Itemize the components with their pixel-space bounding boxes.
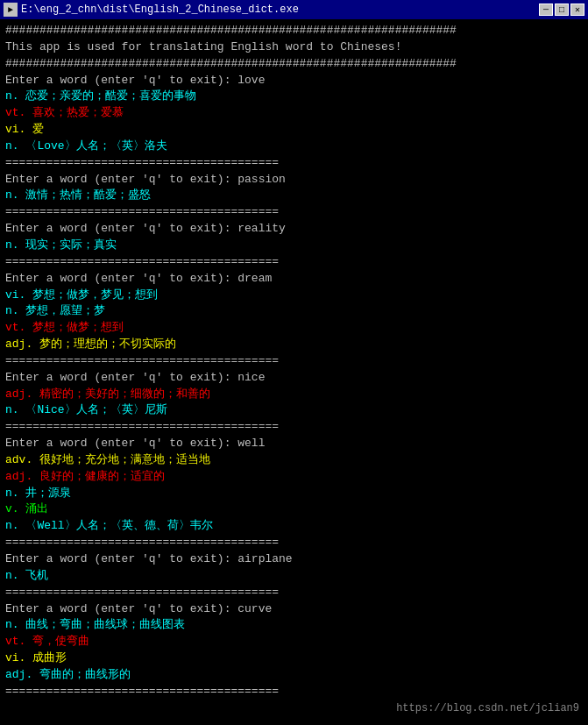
- maximize-button[interactable]: □: [555, 4, 569, 16]
- console-line: vt. 弯，使弯曲: [5, 634, 583, 650]
- console-line: Enter a word (enter 'q' to exit): curve: [5, 601, 583, 618]
- console-line: n. 〈Love〉人名；〈英〉洛夫: [5, 139, 583, 155]
- console-line: adj. 梦的；理想的；不切实际的: [5, 337, 583, 353]
- output-lines: ########################################…: [5, 23, 583, 700]
- window-title: E:\eng_2_chn\dist\English_2_Chinese_dict…: [21, 4, 299, 16]
- console-line: v. 涌出: [5, 501, 583, 518]
- console-line: Enter a word (enter 'q' to exit): dream: [5, 271, 583, 288]
- console-line: n. 恋爱；亲爱的；酷爱；喜爱的事物: [5, 89, 583, 105]
- console-line: n. 梦想，愿望；梦: [5, 303, 583, 320]
- console-line: vt. 喜欢；热爱；爱慕: [5, 105, 583, 122]
- console-line: ========================================: [5, 353, 583, 370]
- console-line: adj. 弯曲的；曲线形的: [5, 667, 583, 684]
- console-line: n. 井；源泉: [5, 486, 583, 502]
- console-line: adj. 良好的；健康的；适宜的: [5, 469, 583, 486]
- console-line: Enter a word (enter 'q' to exit): airpla…: [5, 551, 583, 568]
- console-line: ========================================: [5, 155, 583, 172]
- console-line: n. 现实；实际；真实: [5, 238, 583, 254]
- console-line: n. 〈Nice〉人名；〈英〉尼斯: [5, 402, 583, 419]
- console-line: vi. 爱: [5, 122, 583, 139]
- console-line: ========================================: [5, 684, 583, 700]
- console-line: Enter a word (enter 'q' to exit): passio…: [5, 172, 583, 188]
- console-area: ########################################…: [0, 19, 588, 725]
- console-line: n. 飞机: [5, 568, 583, 585]
- console-line: adj. 精密的；美好的；细微的；和善的: [5, 387, 583, 403]
- console-line: n. 曲线；弯曲；曲线球；曲线图表: [5, 617, 583, 634]
- console-line: n. 〈Well〉人名；〈英、德、荷〉韦尔: [5, 518, 583, 535]
- console-line: vi. 成曲形: [5, 650, 583, 667]
- console-line: ========================================: [5, 535, 583, 551]
- app-icon: ►: [4, 3, 18, 17]
- console-line: ========================================: [5, 254, 583, 271]
- console-line: ========================================: [5, 419, 583, 436]
- console-line: adv. 很好地；充分地；满意地；适当地: [5, 452, 583, 469]
- watermark: https://blog.csdn.net/jclian9: [396, 701, 579, 716]
- title-bar[interactable]: ► E:\eng_2_chn\dist\English_2_Chinese_di…: [0, 0, 588, 19]
- console-line: ########################################…: [5, 23, 583, 39]
- console-line: ========================================: [5, 204, 583, 221]
- console-line: ========================================: [5, 585, 583, 601]
- console-line: Enter a word (enter 'q' to exit): nice: [5, 370, 583, 387]
- console-line: Enter a word (enter 'q' to exit): realit…: [5, 221, 583, 238]
- console-line: This app is used for translating English…: [5, 39, 583, 56]
- close-button[interactable]: ✕: [570, 4, 584, 16]
- console-line: vt. 梦想；做梦；想到: [5, 320, 583, 337]
- console-line: ########################################…: [5, 56, 583, 73]
- console-line: n. 激情；热情；酷爱；盛怒: [5, 188, 583, 204]
- window-controls[interactable]: ─ □ ✕: [539, 4, 584, 16]
- console-line: Enter a word (enter 'q' to exit): well: [5, 436, 583, 452]
- console-line: vi. 梦想；做梦，梦见；想到: [5, 288, 583, 304]
- title-bar-left: ► E:\eng_2_chn\dist\English_2_Chinese_di…: [4, 3, 299, 17]
- minimize-button[interactable]: ─: [539, 4, 553, 16]
- console-line: Enter a word (enter 'q' to exit): love: [5, 73, 583, 89]
